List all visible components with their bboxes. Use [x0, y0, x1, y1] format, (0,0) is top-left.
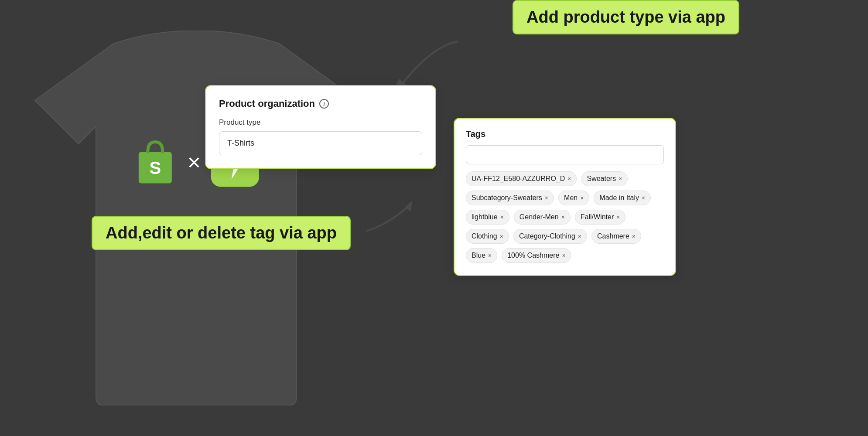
- tag-remove-button[interactable]: ×: [488, 252, 492, 259]
- tag-item: Clothing×: [466, 229, 509, 244]
- tooltip-add-edit-tag-text: Add,edit or delete tag via app: [106, 224, 337, 242]
- svg-text:S: S: [149, 158, 161, 177]
- tag-label: Sweaters: [587, 175, 616, 183]
- tag-remove-button[interactable]: ×: [561, 214, 565, 220]
- tag-remove-button[interactable]: ×: [616, 214, 620, 220]
- tooltip-bottom-arrow-icon: [358, 198, 414, 233]
- tag-item: Fall/Winter×: [575, 210, 626, 225]
- tag-remove-button[interactable]: ×: [619, 176, 622, 182]
- product-org-card: Product organization i Product type: [205, 85, 436, 169]
- product-type-label: Product type: [219, 118, 422, 127]
- shopify-logo-icon: S: [133, 137, 177, 187]
- tag-item: Made in Italy×: [594, 191, 651, 205]
- tags-list: UA-FF12_E580-AZZURRO_D×Sweaters×Subcateg…: [466, 171, 664, 263]
- times-symbol: ×: [188, 150, 201, 173]
- tag-label: Fall/Winter: [581, 213, 614, 221]
- product-type-input[interactable]: [219, 131, 422, 155]
- tag-item: Gender-Men×: [514, 210, 571, 225]
- tag-remove-button[interactable]: ×: [562, 252, 565, 259]
- tag-label: UA-FF12_E580-AZZURRO_D: [472, 175, 565, 183]
- tag-remove-button[interactable]: ×: [642, 195, 645, 201]
- tag-item: Sweaters×: [581, 171, 628, 186]
- svg-marker-4: [405, 201, 412, 211]
- tag-label: 100% Cashmere: [507, 252, 559, 259]
- tag-item: Men×: [558, 191, 589, 205]
- tags-title: Tags: [466, 129, 664, 139]
- tooltip-add-product-type: Add product type via app: [513, 0, 739, 34]
- tag-remove-button[interactable]: ×: [500, 233, 503, 239]
- card-title: Product organization: [219, 98, 315, 109]
- tooltip-add-product-type-text: Add product type via app: [526, 8, 725, 26]
- tags-search-input[interactable]: [466, 145, 664, 164]
- tag-remove-button[interactable]: ×: [632, 233, 636, 239]
- tooltip-add-edit-tag: Add,edit or delete tag via app: [92, 216, 351, 250]
- tag-item: UA-FF12_E580-AZZURRO_D×: [466, 171, 577, 186]
- tag-label: Cashmere: [597, 232, 629, 240]
- tags-card: Tags UA-FF12_E580-AZZURRO_D×Sweaters×Sub…: [454, 118, 676, 276]
- tag-remove-button[interactable]: ×: [500, 214, 504, 220]
- tag-remove-button[interactable]: ×: [580, 195, 584, 201]
- tag-label: Category-Clothing: [519, 232, 575, 240]
- tag-label: Blue: [472, 252, 485, 259]
- tag-item: Blue×: [466, 248, 497, 263]
- tag-item: lightblue×: [466, 210, 509, 225]
- card-header: Product organization i: [219, 98, 422, 109]
- tag-label: Clothing: [472, 232, 497, 240]
- tag-item: 100% Cashmere×: [502, 248, 571, 263]
- tag-item: Category-Clothing×: [513, 229, 587, 244]
- tag-label: lightblue: [472, 213, 498, 221]
- tag-label: Subcategory-Sweaters: [472, 194, 542, 202]
- tag-remove-button[interactable]: ×: [567, 176, 571, 182]
- info-icon: i: [319, 99, 329, 109]
- tag-item: Cashmere×: [591, 229, 641, 244]
- tag-remove-button[interactable]: ×: [578, 233, 581, 239]
- tag-label: Gender-Men: [519, 213, 559, 221]
- tag-remove-button[interactable]: ×: [545, 195, 548, 201]
- tag-label: Made in Italy: [599, 194, 639, 202]
- tag-item: Subcategory-Sweaters×: [466, 191, 554, 205]
- tag-label: Men: [564, 194, 578, 202]
